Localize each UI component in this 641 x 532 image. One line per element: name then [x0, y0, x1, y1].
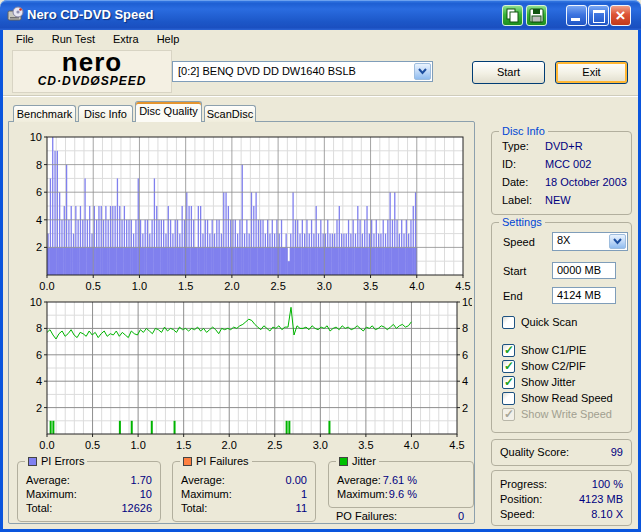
svg-text:4.0: 4.0	[409, 280, 424, 292]
svg-text:1.5: 1.5	[178, 280, 193, 292]
logo-text: nero	[13, 50, 171, 74]
pi-errors-legend-icon	[28, 457, 37, 466]
tab-disc-info[interactable]: Disc Info	[78, 105, 133, 122]
disc-id-row: ID:MCC 002	[502, 158, 625, 173]
drive-selector[interactable]: [0:2] BENQ DVD DD DW1640 BSLB	[172, 61, 433, 82]
copy-button[interactable]	[502, 5, 523, 26]
pi-errors-stats-group: PI Errors Average:1.70 Maximum:10 Total:…	[17, 461, 161, 522]
exit-button[interactable]: Exit	[555, 61, 628, 84]
maximize-button[interactable]	[588, 5, 609, 26]
pi-failures-stats-group: PI Failures Average:0.00 Maximum:1 Total…	[172, 461, 316, 522]
menu-help[interactable]: Help	[148, 32, 189, 46]
svg-text:3.0: 3.0	[313, 439, 328, 450]
svg-text:4: 4	[462, 375, 468, 387]
close-button[interactable]	[610, 5, 631, 26]
start-button[interactable]: Start	[472, 61, 545, 84]
stat-row: Average:0.00	[181, 474, 307, 488]
svg-text:8: 8	[36, 159, 42, 171]
po-failures-row: PO Failures: 0	[336, 510, 468, 524]
tab-benchmark[interactable]: Benchmark	[13, 105, 76, 122]
titlebar: Nero CD-DVD Speed	[0, 0, 641, 30]
jitter-title: Jitter	[352, 455, 376, 467]
svg-text:0.0: 0.0	[39, 439, 54, 450]
svg-text:4: 4	[36, 214, 42, 226]
svg-text:4.0: 4.0	[404, 439, 419, 450]
svg-text:2.5: 2.5	[267, 439, 282, 450]
stat-row: Maximum:10	[26, 488, 152, 502]
pi-errors-title: PI Errors	[41, 455, 84, 467]
minimize-button[interactable]	[566, 5, 587, 26]
svg-text:3.0: 3.0	[317, 280, 332, 292]
menu-run-test[interactable]: Run Test	[43, 32, 104, 46]
stat-row: Average:1.70	[26, 474, 152, 488]
svg-text:8: 8	[36, 322, 42, 334]
copy-icon	[503, 6, 522, 25]
disc-label-row: Label:NEW	[502, 194, 625, 209]
pi-errors-chart: 0.00.51.01.52.02.53.03.54.04.5246810	[20, 126, 472, 292]
disc-date-row: Date:18 October 2003	[502, 176, 625, 191]
speed-select[interactable]: 8X	[552, 232, 628, 251]
svg-text:2: 2	[462, 402, 468, 414]
position-row: Position:4123 MB	[500, 493, 623, 507]
start-label: Start	[503, 265, 526, 277]
checkbox-box	[502, 376, 515, 389]
jitter-pif-chart: 0.00.51.01.52.02.53.03.54.04.52244668810…	[20, 293, 472, 450]
svg-text:2.5: 2.5	[270, 280, 285, 292]
svg-text:6: 6	[36, 186, 42, 198]
svg-text:6: 6	[36, 349, 42, 361]
pi-failures-title: PI Failures	[196, 455, 249, 467]
svg-text:3.5: 3.5	[363, 280, 378, 292]
app-icon	[7, 6, 24, 23]
quality-score-value: 99	[611, 446, 623, 458]
disc-info-title: Disc Info	[499, 125, 548, 137]
header: nero CD·DVDØSPEED [0:2] BENQ DVD DD DW16…	[3, 48, 638, 96]
checkbox-box	[502, 316, 515, 329]
speed-row: Speed:8.10 X	[500, 508, 623, 522]
save-button[interactable]	[526, 5, 547, 26]
logo-subtext: CD·DVDØSPEED	[13, 74, 171, 88]
pi-failures-legend-icon	[183, 457, 192, 466]
svg-text:10: 10	[30, 131, 42, 143]
jitter-legend-icon	[339, 457, 348, 466]
svg-text:1.0: 1.0	[132, 280, 147, 292]
progress-row: Progress:100 %	[500, 478, 623, 492]
drive-selector-value: [0:2] BENQ DVD DD DW1640 BSLB	[178, 65, 356, 77]
stat-row: Total:11	[181, 502, 307, 516]
quality-score-row: Quality Score: 99	[500, 446, 623, 460]
nero-logo: nero CD·DVDØSPEED	[12, 50, 172, 93]
tab-scandisc[interactable]: ScanDisc	[204, 105, 256, 122]
menu-extra[interactable]: Extra	[104, 32, 148, 46]
svg-text:10: 10	[30, 296, 42, 308]
window-title: Nero CD-DVD Speed	[27, 7, 153, 22]
jitter-stats-group: Jitter Average:7.61 % Maximum:9.6 %	[328, 461, 474, 508]
progress-group: Progress:100 % Position:4123 MB Speed:8.…	[491, 470, 632, 526]
svg-text:1.5: 1.5	[176, 439, 191, 450]
chevron-down-icon[interactable]	[414, 63, 431, 80]
svg-text:6: 6	[462, 349, 468, 361]
speed-value: 8X	[557, 234, 570, 246]
svg-text:2: 2	[36, 402, 42, 414]
app-window: Nero CD-DVD Speed File Run Test Extra He…	[0, 0, 641, 532]
tab-disc-quality[interactable]: Disc Quality	[135, 101, 202, 122]
svg-text:0.5: 0.5	[86, 280, 101, 292]
disc-type-row: Type:DVD+R	[502, 140, 625, 155]
disc-info-group: Disc Info Type:DVD+R ID:MCC 002 Date:18 …	[491, 131, 632, 215]
svg-text:3.5: 3.5	[358, 439, 373, 450]
end-input[interactable]: 4124 MB	[552, 287, 616, 304]
checkbox-box	[502, 408, 515, 421]
svg-text:0.0: 0.0	[39, 280, 54, 292]
save-icon	[527, 6, 546, 25]
svg-text:1.0: 1.0	[130, 439, 145, 450]
stat-row: Maximum:1	[181, 488, 307, 502]
menu-bar: File Run Test Extra Help	[3, 30, 638, 48]
svg-text:2: 2	[36, 241, 42, 253]
svg-text:2.0: 2.0	[224, 280, 239, 292]
stat-row: Average:7.61 %	[337, 474, 465, 488]
chevron-down-icon[interactable]	[609, 234, 626, 249]
checkbox-box	[502, 344, 515, 357]
start-input[interactable]: 0000 MB	[552, 262, 616, 279]
svg-text:0.5: 0.5	[85, 439, 100, 450]
checkbox-box	[502, 392, 515, 405]
menu-file[interactable]: File	[7, 32, 43, 46]
svg-text:10: 10	[462, 296, 472, 308]
